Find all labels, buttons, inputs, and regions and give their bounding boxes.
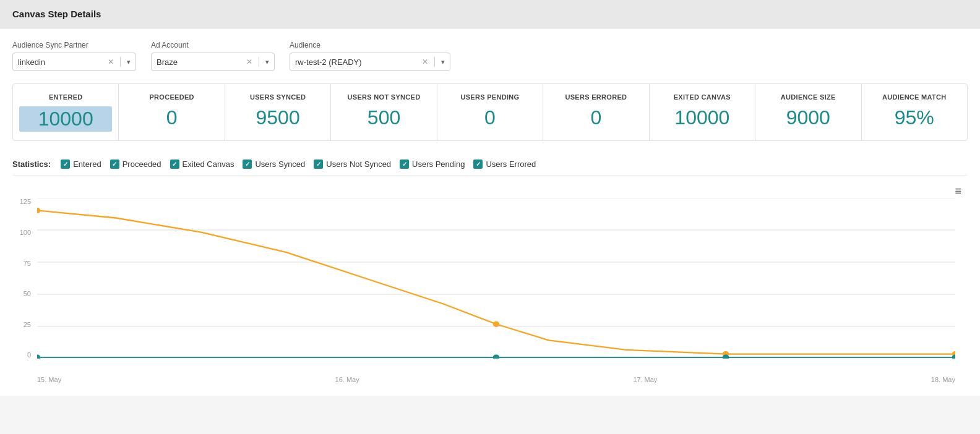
stat-checkbox[interactable]	[473, 160, 483, 169]
ad-account-select[interactable]: Braze ✕ ▾	[151, 53, 275, 71]
metric-value: 0	[444, 106, 536, 129]
metric-cell-users-not-synced: USERS NOT SYNCED500	[331, 84, 437, 140]
metric-label: AUDIENCE MATCH	[868, 93, 961, 101]
x-axis-label: 18. May	[931, 376, 955, 383]
stat-item[interactable]: Users Errored	[473, 160, 536, 169]
audience-sync-partner-clear-icon[interactable]: ✕	[108, 57, 114, 66]
stat-checkbox[interactable]	[400, 160, 409, 169]
svg-point-7	[493, 321, 500, 327]
metric-value: 10000	[19, 106, 112, 132]
stat-checkbox[interactable]	[243, 160, 252, 169]
y-axis-label: 25	[12, 321, 34, 328]
metric-value: 10000	[656, 106, 749, 129]
filters-row: Audience Sync Partner linkedin ✕ ▾ Ad Ac…	[12, 41, 968, 71]
main-content: Audience Sync Partner linkedin ✕ ▾ Ad Ac…	[0, 28, 980, 396]
metric-cell-users-errored: USERS ERRORED0	[543, 84, 649, 140]
y-axis-label: 0	[12, 351, 34, 359]
ad-account-label: Ad Account	[151, 41, 275, 49]
metric-value: 95%	[868, 106, 961, 129]
statistics-label: Statistics:	[12, 160, 51, 169]
x-axis: 15. May16. May17. May18. May	[37, 376, 955, 383]
audience-label: Audience	[290, 41, 450, 49]
audience-sync-partner-select[interactable]: linkedin ✕ ▾	[12, 53, 136, 71]
metric-value: 0	[125, 106, 218, 129]
stat-label: Exited Canvas	[183, 160, 234, 169]
audience-sync-partner-arrow-icon[interactable]: ▾	[127, 58, 131, 66]
metric-cell-audience-match: AUDIENCE MATCH95%	[862, 84, 967, 140]
divider	[434, 57, 435, 67]
stat-checkbox[interactable]	[314, 160, 323, 169]
metric-value: 500	[337, 106, 430, 129]
chart-area	[37, 198, 955, 359]
metric-label: AUDIENCE SIZE	[762, 93, 854, 101]
audience-sync-partner-value: linkedin	[18, 57, 104, 67]
metric-label: PROCEEDED	[125, 93, 218, 101]
stat-label: Users Not Synced	[326, 160, 391, 169]
stat-label: Proceeded	[123, 160, 161, 169]
top-bar: Canvas Step Details	[0, 0, 980, 28]
audience-sync-partner-filter: Audience Sync Partner linkedin ✕ ▾	[12, 41, 136, 71]
stat-item[interactable]: Users Pending	[400, 160, 465, 169]
stat-item[interactable]: Entered	[61, 160, 101, 169]
stat-checkbox[interactable]	[110, 160, 119, 169]
metric-cell-entered: ENTERED10000	[13, 84, 119, 140]
audience-arrow-icon[interactable]: ▾	[441, 58, 445, 66]
stat-checkbox[interactable]	[61, 160, 70, 169]
x-axis-label: 15. May	[37, 376, 61, 383]
audience-filter: Audience rw-test-2 (READY) ✕ ▾	[290, 41, 450, 71]
statistics-row: Statistics: EnteredProceededExited Canva…	[12, 153, 968, 176]
audience-select[interactable]: rw-test-2 (READY) ✕ ▾	[290, 53, 450, 71]
chart-container: ≡ 0255075100125	[12, 185, 968, 383]
stat-item[interactable]: Users Synced	[243, 160, 305, 169]
y-axis-label: 125	[12, 198, 34, 205]
audience-value: rw-test-2 (READY)	[295, 57, 418, 67]
metric-label: USERS ERRORED	[549, 93, 642, 101]
metric-label: EXITED CANVAS	[656, 93, 749, 101]
divider	[120, 57, 121, 67]
divider	[259, 57, 259, 67]
y-axis-label: 75	[12, 260, 34, 267]
metric-label: USERS SYNCED	[231, 93, 324, 101]
stat-item[interactable]: Proceeded	[110, 160, 161, 169]
x-axis-label: 17. May	[633, 376, 657, 383]
chart-menu-icon[interactable]: ≡	[955, 185, 961, 197]
stat-label: Users Synced	[255, 160, 305, 169]
metric-label: USERS PENDING	[444, 93, 536, 101]
metric-label: USERS NOT SYNCED	[337, 93, 430, 101]
audience-clear-icon[interactable]: ✕	[422, 57, 428, 66]
y-axis: 0255075100125	[12, 198, 34, 359]
svg-point-10	[37, 355, 40, 359]
metric-value: 9000	[762, 106, 854, 129]
ad-account-arrow-icon[interactable]: ▾	[265, 58, 269, 66]
stat-item[interactable]: Users Not Synced	[314, 160, 391, 169]
metric-cell-users-pending: USERS PENDING0	[437, 84, 543, 140]
ad-account-filter: Ad Account Braze ✕ ▾	[151, 41, 275, 71]
ad-account-value: Braze	[157, 57, 243, 67]
metric-value: 0	[549, 106, 642, 129]
svg-point-11	[493, 355, 500, 359]
page-title: Canvas Step Details	[12, 9, 968, 19]
metric-cell-users-synced: USERS SYNCED9500	[225, 84, 331, 140]
metric-cell-proceeded: PROCEEDED0	[119, 84, 225, 140]
audience-sync-partner-label: Audience Sync Partner	[12, 41, 136, 49]
metric-cell-audience-size: AUDIENCE SIZE9000	[755, 84, 861, 140]
stat-item[interactable]: Exited Canvas	[170, 160, 234, 169]
x-axis-label: 16. May	[335, 376, 359, 383]
y-axis-label: 50	[12, 290, 34, 297]
y-axis-label: 100	[12, 229, 34, 236]
stat-label: Entered	[73, 160, 101, 169]
stat-label: Users Pending	[412, 160, 465, 169]
stat-checkbox[interactable]	[170, 160, 179, 169]
ad-account-clear-icon[interactable]: ✕	[246, 57, 252, 66]
metrics-row: ENTERED10000PROCEEDED0USERS SYNCED9500US…	[12, 83, 968, 141]
metric-label: ENTERED	[19, 93, 112, 101]
stat-label: Users Errored	[486, 160, 536, 169]
svg-point-6	[37, 208, 40, 213]
metric-value: 9500	[231, 106, 324, 129]
metric-cell-exited-canvas: EXITED CANVAS10000	[650, 84, 755, 140]
